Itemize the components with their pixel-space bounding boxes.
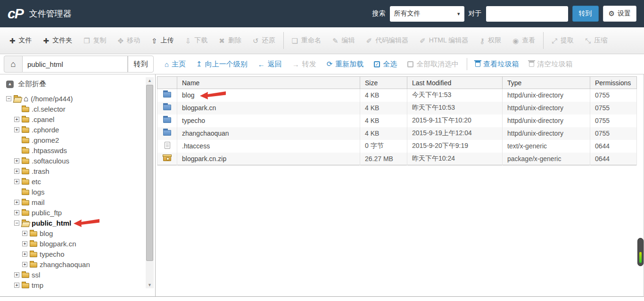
collapse-icon[interactable]: − — [14, 220, 19, 226]
file-size-cell: 26.27 MB — [360, 153, 407, 165]
tree-item-typecho[interactable]: +typecho — [0, 249, 155, 259]
table-row[interactable]: blogpark.cn.zip26.27 MB昨天下午10:24package/… — [157, 153, 637, 165]
search-scope-select[interactable]: 所有文件 ▾ — [390, 6, 464, 22]
tree-item-public_html[interactable]: −public_html — [0, 218, 155, 228]
tree-item-label: ssl — [32, 271, 40, 279]
toolbar-add-file-button[interactable]: ✚文件 — [4, 36, 38, 45]
folder-icon — [22, 128, 29, 133]
file-name-cell[interactable]: .htaccess — [177, 140, 360, 153]
tree-item--home-p444-[interactable]: −⌂(/home/p444) — [0, 93, 155, 104]
tree-item-.cpanel[interactable]: +.cpanel — [0, 114, 155, 124]
table-row[interactable]: typecho4 KB2015-9-11下午10:20httpd/unix-di… — [157, 114, 637, 127]
toolbar-code-editor-label: 代码编辑器 — [375, 36, 408, 45]
column-header-type[interactable]: Type — [503, 77, 590, 89]
file-name-cell[interactable]: blogpark.cn.zip — [177, 153, 360, 165]
collapse-icon[interactable]: − — [6, 96, 11, 101]
settings-button[interactable]: ⚙ 设置 — [603, 6, 636, 22]
nav-up-one-level-button[interactable]: ↥向上一个级别 — [191, 60, 253, 69]
scrollbar-thumb[interactable] — [146, 85, 153, 261]
tree-item-.gnome2[interactable]: .gnome2 — [0, 135, 155, 145]
tree-item-logs[interactable]: logs — [0, 187, 155, 197]
up-level-icon: ↥ — [196, 60, 202, 68]
file-name-cell[interactable]: typecho — [177, 114, 360, 127]
tree-item-.trash[interactable]: +.trash — [0, 166, 155, 176]
tree-item-tmp[interactable]: +tmp — [0, 280, 155, 290]
folder-icon — [22, 107, 29, 112]
tree-item-.cphorde[interactable]: +.cphorde — [0, 124, 155, 135]
arrow-left-icon: ← — [258, 60, 265, 68]
expand-icon[interactable]: + — [14, 158, 19, 163]
tree-item-blog[interactable]: +blog — [0, 228, 155, 238]
tree-item-.softaculous[interactable]: +.softaculous — [0, 155, 155, 166]
toolbar-upload-button[interactable]: ⇧上传 — [146, 36, 180, 45]
expand-icon[interactable]: + — [22, 241, 27, 246]
expand-icon[interactable]: + — [14, 210, 19, 215]
expand-icon[interactable]: + — [22, 252, 27, 257]
tree-item-mail[interactable]: +mail — [0, 197, 155, 207]
tree-item-label: blog — [40, 229, 53, 237]
tree-item-label: public_html — [32, 219, 71, 227]
row-icon-cell — [157, 140, 177, 153]
toolbar-upload-label: 上传 — [161, 36, 174, 45]
file-size-cell: 4 KB — [360, 114, 407, 127]
expand-icon[interactable]: + — [14, 179, 19, 184]
expand-icon[interactable]: + — [14, 283, 19, 288]
expand-icon[interactable]: + — [14, 200, 19, 205]
nav-empty-trash-button: 清空垃圾箱 — [524, 60, 578, 69]
file-name-cell[interactable]: zhangchaoquan — [177, 127, 360, 140]
tree-item-etc[interactable]: +etc — [0, 176, 155, 187]
toolbar-add-folder-button[interactable]: ✚文件夹 — [38, 36, 78, 45]
home-button[interactable]: ⌂ — [4, 56, 23, 73]
table-row[interactable]: blogpark.cn4 KB昨天下午10:53httpd/unix-direc… — [157, 102, 637, 114]
column-header-last-modified[interactable]: Last Modified — [407, 77, 503, 89]
toolbar-delete-button: ✖删除 — [213, 36, 247, 45]
nav-unselect-all-button: 全部取消选中 — [402, 60, 464, 69]
permissions-icon: ⚷ — [479, 37, 485, 44]
nav-home-label: 主页 — [172, 60, 186, 69]
tree-item-.htpasswds[interactable]: .htpasswds — [0, 145, 155, 155]
search-go-button[interactable]: 转到 — [572, 6, 599, 22]
collapse-all-button[interactable]: ▲ 全部折叠 — [6, 80, 155, 89]
last-modified-cell: 昨天下午10:24 — [407, 153, 503, 165]
toolbar-restore-button: ↺还原 — [247, 36, 281, 45]
table-row[interactable]: .htaccess0 字节2015-9-20下午9:19text/x-gener… — [157, 140, 637, 153]
table-row[interactable]: blog 4 KB今天下午1:53httpd/unix-directory075… — [157, 89, 637, 102]
tree-item-ssl[interactable]: +ssl — [0, 269, 155, 280]
scroll-up-arrow-icon[interactable]: ▲ — [146, 77, 154, 84]
file-name-cell[interactable]: blogpark.cn — [177, 102, 360, 114]
tree-item-blogpark.cn[interactable]: +blogpark.cn — [0, 238, 155, 249]
path-input[interactable] — [23, 56, 128, 73]
sidebar-scrollbar[interactable]: ▲ ▼ — [146, 77, 154, 288]
nav-view-trash-button[interactable]: 查看垃圾箱 — [470, 60, 524, 69]
search-input[interactable] — [486, 6, 568, 22]
last-modified-cell: 2015-9-20下午9:19 — [407, 140, 503, 153]
file-name-cell[interactable]: blog — [177, 89, 360, 102]
expand-icon[interactable]: + — [22, 262, 27, 267]
column-header-name[interactable]: Name — [177, 77, 360, 89]
column-header-size[interactable]: Size — [360, 77, 407, 89]
column-header-permissions[interactable]: Permissions — [590, 77, 637, 89]
page-scroll-indicator[interactable] — [637, 238, 644, 266]
nav-select-all-button[interactable]: ✓全选 — [369, 60, 402, 69]
view-icon: ◉ — [512, 37, 519, 44]
expand-icon[interactable]: + — [14, 169, 19, 174]
expand-icon[interactable]: + — [14, 272, 19, 277]
tree-item-label: .gnome2 — [32, 136, 59, 144]
scroll-down-arrow-icon[interactable]: ▼ — [146, 282, 154, 288]
expand-icon[interactable]: + — [22, 231, 27, 236]
file-name: zhangchaoquan — [182, 130, 355, 137]
table-row[interactable]: zhangchaoquan4 KB2015-9-19上午12:04httpd/u… — [157, 127, 637, 140]
expand-icon[interactable]: + — [14, 117, 19, 122]
path-go-button[interactable]: 转到 — [128, 56, 154, 73]
nav-reload-button[interactable]: ⟳重新加载 — [322, 60, 369, 69]
nav-home-button[interactable]: ⌂主页 — [159, 60, 191, 69]
expand-icon[interactable]: + — [14, 127, 19, 132]
home-icon: ⌂ — [11, 59, 16, 69]
nav-back-button[interactable]: ←返回 — [253, 60, 287, 69]
secondary-bar: ⌂ 转到 ⌂主页↥向上一个级别←返回→转发⟳重新加载✓全选全部取消选中查看垃圾箱… — [0, 54, 644, 74]
tree-item-public_ftp[interactable]: +public_ftp — [0, 207, 155, 218]
tree-item-.cl.selector[interactable]: .cl.selector — [0, 104, 155, 114]
tree-item-label: public_ftp — [32, 209, 62, 217]
toolbar-move-label: 移动 — [127, 36, 140, 45]
tree-item-zhangchaoquan[interactable]: +zhangchaoquan — [0, 259, 155, 269]
